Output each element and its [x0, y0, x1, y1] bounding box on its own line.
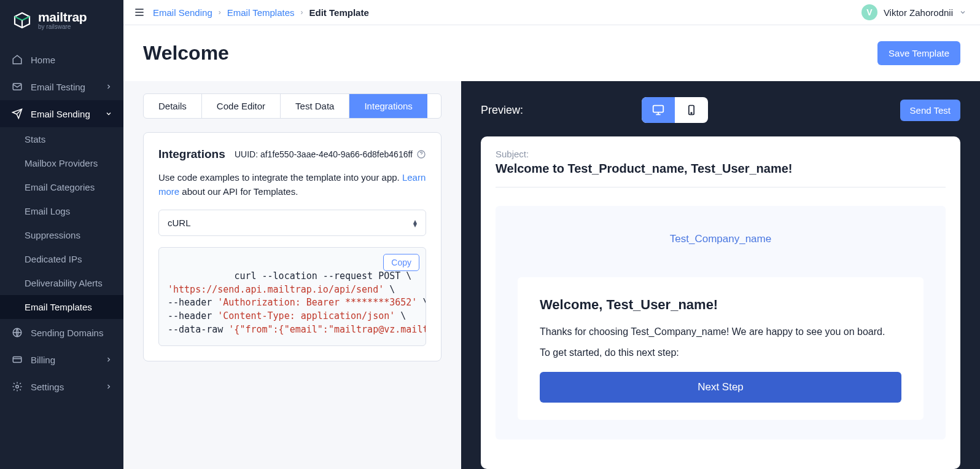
select-value: cURL [168, 218, 191, 228]
left-pane: Details Code Editor Test Data Integratio… [123, 81, 461, 469]
help-text: Use code examples to integrate the templ… [158, 171, 426, 199]
topbar: Email Sending › Email Templates › Edit T… [123, 0, 980, 25]
user-name: Viktor Zahorodnii [884, 7, 953, 18]
body-paragraph-2: To get started, do this next step: [540, 347, 901, 358]
send-icon [11, 108, 23, 120]
uuid-label: UUID: af1fe550-3aae-4e40-9a66-6d8feb4616… [235, 149, 426, 159]
integrations-title: Integrations [158, 148, 225, 161]
nav-sub-categories[interactable]: Email Categories [0, 175, 123, 199]
nav-label: Home [31, 55, 55, 65]
select-chevron-icon: ▴▾ [413, 219, 417, 227]
preview-label: Preview: [481, 104, 523, 117]
crumb-email-sending[interactable]: Email Sending [153, 7, 212, 18]
menu-toggle-button[interactable] [132, 5, 147, 20]
subject-line: Welcome to Test_Product_name, Test_User_… [496, 162, 946, 187]
nav-email-sending[interactable]: Email Sending [0, 100, 123, 127]
svg-rect-2 [13, 357, 21, 363]
svg-rect-5 [653, 106, 664, 112]
brand-byline: by railsware [38, 23, 87, 30]
nav-label: Email Testing [31, 82, 85, 92]
user-menu[interactable]: V Viktor Zahorodnii [861, 4, 966, 20]
nav-label: Sending Domains [31, 328, 103, 338]
avatar: V [861, 4, 877, 20]
view-mobile-button[interactable] [675, 97, 708, 123]
nav-sub-dedicated[interactable]: Dedicated IPs [0, 247, 123, 271]
integrations-card: Integrations UUID: af1fe550-3aae-4e40-9a… [143, 132, 441, 361]
svg-point-7 [691, 112, 692, 114]
chevron-right-icon [105, 83, 112, 90]
language-select[interactable]: cURL ▴▾ [158, 210, 426, 236]
chevron-right-icon: › [301, 8, 303, 17]
next-step-button[interactable]: Next Step [540, 372, 901, 403]
chevron-down-icon [959, 9, 966, 16]
crumb-email-templates[interactable]: Email Templates [227, 7, 295, 18]
tab-test-data[interactable]: Test Data [281, 94, 349, 118]
code-example[interactable]: Copycurl --location --request POST \ 'ht… [158, 247, 426, 346]
gear-icon [11, 380, 23, 393]
nav-settings[interactable]: Settings [0, 373, 123, 400]
save-template-button[interactable]: Save Template [877, 41, 960, 65]
copy-button[interactable]: Copy [383, 254, 419, 271]
nav-sub-deliverability[interactable]: Deliverability Alerts [0, 271, 123, 295]
email-body: Test_Company_name Welcome, Test_User_nam… [496, 206, 946, 439]
preview-toolbar: Preview: Send Test [461, 81, 980, 136]
view-desktop-button[interactable] [642, 97, 675, 123]
page-header: Welcome Save Template [123, 25, 980, 81]
nav-sub-mailbox[interactable]: Mailbox Providers [0, 151, 123, 175]
preview-surface: Subject: Welcome to Test_Product_name, T… [481, 136, 960, 469]
preview-pane: Preview: Send Test [461, 81, 980, 469]
tab-integrations[interactable]: Integrations [349, 94, 427, 118]
breadcrumb: Email Sending › Email Templates › Edit T… [153, 7, 369, 18]
chevron-right-icon: › [219, 8, 221, 17]
mailtrap-logo-icon [12, 10, 32, 30]
nav-email-testing[interactable]: Email Testing [0, 73, 123, 100]
chevron-right-icon [105, 356, 112, 363]
sidebar: mailtrap by railsware Home Email Testing [0, 0, 123, 469]
welcome-heading: Welcome, Test_User_name! [540, 297, 901, 313]
nav-sub-suppressions[interactable]: Suppressions [0, 223, 123, 247]
tabs: Details Code Editor Test Data Integratio… [143, 93, 441, 119]
globe-icon [11, 326, 23, 339]
card-icon [11, 353, 23, 366]
company-name: Test_Company_name [518, 233, 924, 245]
tab-code-editor[interactable]: Code Editor [202, 94, 281, 118]
page-title: Welcome [143, 42, 229, 65]
nav: Home Email Testing Email Sending [0, 42, 123, 400]
nav-sub-templates[interactable]: Email Templates [0, 295, 123, 319]
nav-label: Billing [31, 355, 55, 365]
chevron-right-icon [105, 383, 112, 390]
brand-name: mailtrap [38, 10, 87, 25]
subject-label: Subject: [496, 149, 946, 159]
nav-home[interactable]: Home [0, 46, 123, 73]
nav-sub-logs[interactable]: Email Logs [0, 199, 123, 223]
nav-sending-domains[interactable]: Sending Domains [0, 319, 123, 346]
nav-label: Email Sending [31, 109, 90, 119]
nav-sub-stats[interactable]: Stats [0, 127, 123, 151]
chevron-down-icon [105, 110, 112, 117]
home-icon [11, 53, 23, 66]
brand-logo[interactable]: mailtrap by railsware [0, 0, 123, 42]
crumb-current: Edit Template [309, 7, 369, 18]
main: Email Sending › Email Templates › Edit T… [123, 0, 980, 469]
hamburger-icon [133, 6, 146, 18]
body-paragraph-1: Thanks for choosing Test_Company_name! W… [540, 326, 901, 337]
svg-point-3 [16, 385, 19, 388]
view-toggle [642, 97, 708, 123]
desktop-icon [651, 103, 665, 117]
mail-check-icon [11, 81, 23, 93]
help-circle-icon[interactable] [416, 149, 426, 159]
mobile-icon [685, 104, 698, 116]
nav-billing[interactable]: Billing [0, 346, 123, 373]
send-test-button[interactable]: Send Test [900, 100, 960, 121]
tab-details[interactable]: Details [144, 94, 202, 118]
nav-label: Settings [31, 382, 64, 392]
